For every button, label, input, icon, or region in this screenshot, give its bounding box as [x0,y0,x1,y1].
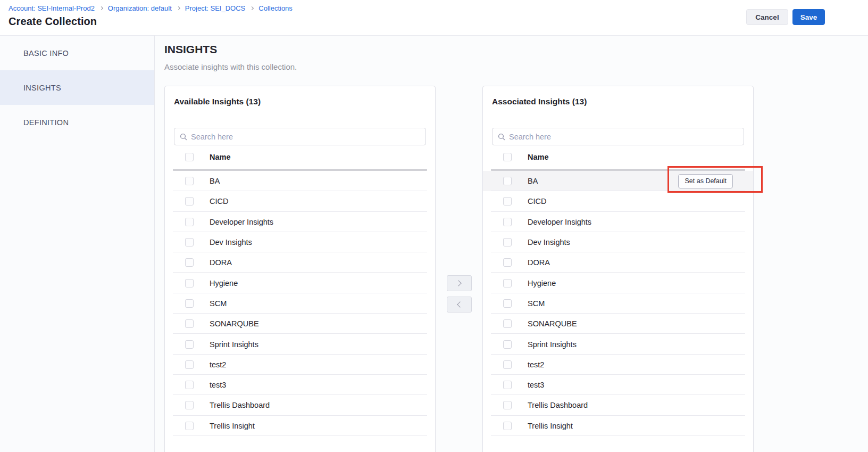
insight-row[interactable]: test2 [165,355,435,375]
insight-row[interactable]: test2 [483,355,753,375]
section-subheading: Associate insights with this collection. [164,62,297,71]
insight-name: DORA [210,258,232,267]
set-default-button[interactable]: Set as Default [678,174,733,188]
chevron-left-icon [457,301,463,307]
sidebar: BASIC INFO INSIGHTS DEFINITION [0,36,155,452]
insight-row[interactable]: Trellis Dashboard [165,395,435,415]
insight-row[interactable]: Trellis Insight [483,416,753,436]
insight-row[interactable]: SCM [165,293,435,314]
search-icon [498,133,505,141]
sidebar-item-label: INSIGHTS [23,84,61,92]
row-checkbox[interactable] [185,177,194,185]
row-checkbox[interactable] [185,422,194,430]
row-checkbox[interactable] [185,258,194,267]
insight-row[interactable]: DORA [165,252,435,273]
sidebar-item[interactable]: BASIC INFO [0,36,154,70]
breadcrumb-link[interactable]: Collections [258,4,293,12]
move-right-button[interactable] [447,275,472,291]
insight-row[interactable]: Dev Insights [483,232,753,252]
insight-name: SONARQUBE [210,319,259,328]
breadcrumb-link[interactable]: Account: SEI-Internal-Prod2 [9,4,95,12]
insight-name: test3 [210,381,226,389]
insight-row[interactable]: Developer Insights [165,212,435,232]
select-all-checkbox[interactable] [503,153,512,161]
insight-name: DORA [528,258,550,267]
insight-row[interactable]: BA [165,171,435,191]
insight-row[interactable]: DORA [483,252,753,273]
row-checkbox[interactable] [185,218,194,226]
available-table-header: Name [165,145,435,169]
row-checkbox[interactable] [503,319,512,328]
available-search-input[interactable] [191,133,420,141]
insight-row[interactable]: Trellis Dashboard [483,395,753,415]
row-checkbox[interactable] [503,340,512,349]
insight-row[interactable]: Sprint Insights [483,334,753,354]
row-checkbox[interactable] [503,360,512,369]
row-checkbox[interactable] [503,401,512,409]
sidebar-item-label: DEFINITION [23,118,69,127]
insight-name: Developer Insights [528,218,591,226]
breadcrumb-link[interactable]: Project: SEI_DOCS [185,4,245,12]
insight-name: Hygiene [528,279,556,287]
row-checkbox[interactable] [503,177,512,185]
section-heading: INSIGHTS [164,43,217,56]
breadcrumb-link[interactable]: Organization: default [108,4,172,12]
insight-row[interactable]: CICD [483,191,753,211]
insight-row[interactable]: test3 [165,375,435,395]
sidebar-item-label: BASIC INFO [23,49,69,57]
available-panel-title: Available Insights (13) [174,97,426,106]
insight-row[interactable]: SCM [483,293,753,314]
associated-search-input[interactable] [509,133,738,141]
row-checkbox[interactable] [185,381,194,389]
sidebar-item[interactable]: INSIGHTS [0,70,154,105]
associated-insights-panel: Associated Insights (13) Name BA Set as … [482,86,754,452]
insight-row[interactable]: SONARQUBE [165,314,435,334]
save-button[interactable]: Save [792,9,825,25]
insight-row[interactable]: test3 [483,375,753,395]
select-all-checkbox[interactable] [185,153,194,161]
row-checkbox[interactable] [503,279,512,287]
sidebar-item[interactable]: DEFINITION [0,105,154,139]
insight-row[interactable]: CICD [165,191,435,211]
main-content: INSIGHTS Associate insights with this co… [155,36,868,452]
insight-row[interactable]: SONARQUBE [483,314,753,334]
row-checkbox[interactable] [185,279,194,287]
row-checkbox[interactable] [185,197,194,206]
row-checkbox[interactable] [503,238,512,246]
top-header-bar: Account: SEI-Internal-Prod2 Organization… [0,0,868,36]
row-checkbox[interactable] [503,218,512,226]
move-left-button[interactable] [447,297,472,313]
insight-name: BA [528,177,538,185]
cancel-button[interactable]: Cancel [746,9,788,25]
associated-table-header: Name [483,145,753,169]
insight-name: test2 [210,360,226,369]
row-checkbox[interactable] [503,197,512,206]
row-checkbox[interactable] [185,340,194,349]
row-checkbox[interactable] [185,401,194,409]
row-checkbox[interactable] [185,360,194,369]
insight-row[interactable]: BA Set as Default [483,171,753,191]
insight-row[interactable]: Hygiene [483,273,753,293]
insight-name: Trellis Insight [528,422,573,430]
insight-row[interactable]: Dev Insights [165,232,435,252]
insight-name: Hygiene [210,279,238,287]
insight-name: SCM [210,299,227,308]
insight-row[interactable]: Hygiene [165,273,435,293]
insight-row[interactable]: Trellis Insight [165,416,435,436]
chevron-right-icon [177,6,180,10]
insight-name: BA [210,177,220,185]
row-checkbox[interactable] [185,299,194,308]
row-checkbox[interactable] [185,319,194,328]
insight-row[interactable]: Sprint Insights [165,334,435,354]
row-checkbox[interactable] [503,258,512,267]
page-title: Create Collection [9,15,97,28]
row-checkbox[interactable] [185,238,194,246]
insight-row[interactable]: Developer Insights [483,212,753,232]
insight-name: SONARQUBE [528,319,577,328]
insight-name: SCM [528,299,545,308]
row-checkbox[interactable] [503,299,512,308]
associated-panel-title: Associated Insights (13) [492,97,744,106]
row-checkbox[interactable] [503,422,512,430]
row-checkbox[interactable] [503,381,512,389]
name-column-header: Name [528,153,549,161]
